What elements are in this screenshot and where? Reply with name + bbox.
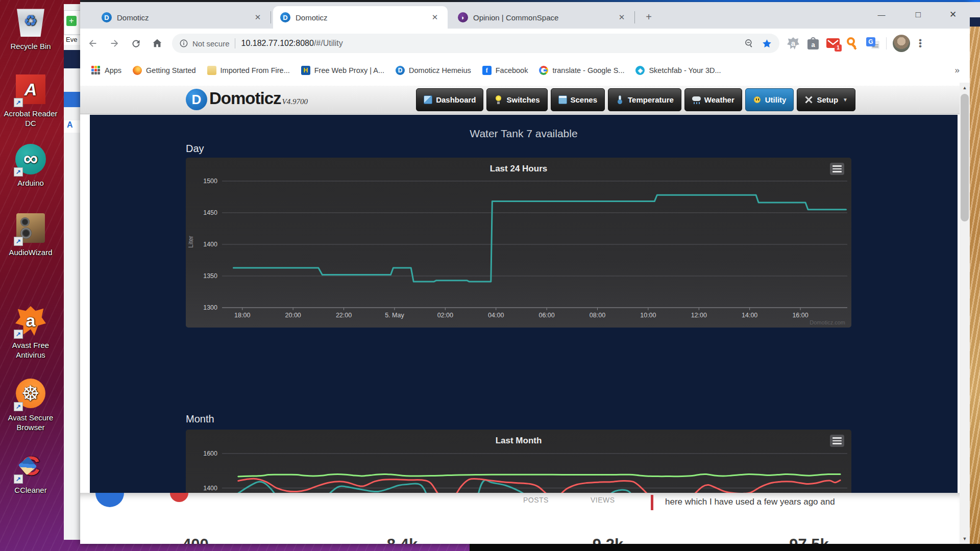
- chart-menu-icon[interactable]: [830, 435, 844, 447]
- forward-icon[interactable]: [106, 35, 123, 52]
- nav-temperature-button[interactable]: Temperature: [608, 88, 681, 111]
- domoticz-favicon: D: [102, 12, 112, 22]
- desktop-icon-label: Arduino: [0, 179, 61, 188]
- google-icon: [539, 66, 548, 75]
- nav-weather-button[interactable]: Weather: [684, 88, 742, 111]
- background-window-label: Eve: [64, 36, 81, 45]
- background-window-strip: + Eve A: [64, 4, 81, 540]
- minimize-button[interactable]: —: [870, 7, 893, 22]
- nav-dashboard-button[interactable]: Dashboard: [416, 88, 483, 111]
- new-tab-button[interactable]: +: [642, 10, 656, 24]
- section-label-month: Month: [186, 413, 214, 425]
- scrollbar-thumb[interactable]: [961, 94, 969, 221]
- browser-tab-2-active[interactable]: D Domoticz ✕: [273, 6, 448, 29]
- desktop-wallpaper: Recycle Bin ↗ Acrobat Reader DC ↗ Arduin…: [0, 0, 980, 551]
- chart-menu-icon[interactable]: [830, 163, 844, 175]
- thermometer-icon: [616, 95, 624, 104]
- desktop-icon-label: Avast Secure Browser: [3, 413, 59, 433]
- desktop-icon-label: Avast Free Antivirus: [5, 341, 56, 360]
- svg-text:Liter: Liter: [187, 236, 194, 247]
- address-bar[interactable]: Not secure 10.182.77.102:8080/#/Utility: [172, 34, 779, 53]
- home-icon[interactable]: [149, 35, 166, 52]
- nav-utility-button[interactable]: Utility: [745, 88, 794, 111]
- recycle-bin-icon: [15, 7, 46, 39]
- chart-watermark: Domoticz.com: [810, 319, 845, 325]
- nav-switches-button[interactable]: Switches: [486, 88, 547, 111]
- acrobat-icon: ↗: [15, 74, 46, 106]
- tab-close-icon[interactable]: ✕: [252, 12, 263, 23]
- avast-browser-icon: ↗: [15, 379, 46, 410]
- avast-extension-icon[interactable]: a: [787, 37, 800, 50]
- stat-value: 400: [182, 536, 209, 544]
- desktop-icon-avast-free[interactable]: ↗ Avast Free Antivirus: [0, 306, 61, 360]
- bookmark-imported[interactable]: Imported From Fire...: [207, 66, 290, 75]
- page-scrollbar[interactable]: ▲ ▼: [960, 83, 970, 544]
- reload-icon[interactable]: [127, 35, 144, 52]
- domoticz-nav: Dashboard Switches Scenes Temperature: [416, 88, 855, 111]
- mail-badge: 1: [835, 44, 842, 52]
- domoticz-logo-icon: D: [186, 89, 207, 110]
- bookmark-free-web-proxy[interactable]: H Free Web Proxy | A...: [301, 66, 384, 75]
- browser-tab-1[interactable]: D Domoticz ✕: [94, 6, 271, 29]
- bookmarks-bar: Apps Getting Started Imported From Fire.…: [80, 58, 970, 83]
- browser-menu-icon[interactable]: •••: [915, 39, 925, 48]
- tab-close-icon[interactable]: ✕: [616, 12, 627, 23]
- right-edge-titlebar: [970, 2, 980, 17]
- desktop-icon-avast-browser[interactable]: ↗ Avast Secure Browser: [0, 379, 61, 433]
- bookmark-star-icon[interactable]: [762, 38, 772, 49]
- bookmark-translate[interactable]: translate - Google S...: [539, 66, 624, 75]
- security-label: Not secure: [192, 39, 230, 48]
- desktop-icon-ccleaner[interactable]: ↗ CCleaner: [0, 451, 61, 495]
- tools-icon: [804, 95, 813, 104]
- svg-text:1350: 1350: [203, 272, 217, 280]
- key-extension-icon[interactable]: [846, 37, 860, 50]
- svg-text:06:00: 06:00: [538, 312, 554, 319]
- right-edge-fragment: [970, 17, 980, 27]
- nav-setup-button[interactable]: Setup ▼: [797, 88, 855, 111]
- desktop-icon-acrobat[interactable]: ↗ Acrobat Reader DC: [0, 74, 61, 129]
- desktop-icon-audiowizard[interactable]: ↗ AudioWizard: [0, 213, 61, 258]
- desktop-icon-arduino[interactable]: ↗ Arduino: [0, 144, 61, 188]
- scroll-down-icon[interactable]: ▼: [960, 534, 970, 544]
- mail-extension-icon[interactable]: 1: [826, 37, 840, 50]
- desktop-icon-label: CCleaner: [0, 486, 61, 495]
- svg-text:16:00: 16:00: [792, 312, 808, 319]
- commonspace-favicon: ◗: [458, 12, 468, 22]
- desktop-icon-label: Recycle Bin: [0, 42, 61, 52]
- background-window-right: [970, 27, 980, 544]
- tab-title: Opinion | CommonSpace: [473, 13, 611, 22]
- translate-extension-icon[interactable]: G: [866, 37, 879, 50]
- back-icon[interactable]: [84, 35, 102, 52]
- background-window-fragment: +: [64, 10, 81, 35]
- scroll-up-icon[interactable]: ▲: [960, 83, 970, 93]
- background-window-fragment: A: [64, 120, 81, 133]
- quote-bar: [651, 495, 653, 510]
- bookmarks-overflow-icon[interactable]: »: [955, 65, 960, 76]
- views-column-label: VIEWS: [591, 496, 615, 504]
- day-chart-title: Last 24 Hours: [186, 164, 851, 174]
- bookmark-domoticz-hemeius[interactable]: D Domoticz Hemeius: [396, 66, 471, 75]
- bookmark-sketchfab[interactable]: ◈ Sketchfab - Your 3D...: [635, 66, 721, 75]
- weather-cloud-icon: [692, 95, 701, 104]
- profile-avatar[interactable]: [893, 35, 910, 52]
- stat-value: 8.4k: [387, 536, 418, 544]
- desktop-icon-recycle-bin[interactable]: Recycle Bin: [0, 7, 61, 52]
- close-button[interactable]: ✕: [941, 7, 965, 22]
- nav-scenes-button[interactable]: Scenes: [551, 88, 605, 111]
- svg-text:5. May: 5. May: [385, 312, 404, 319]
- browser-tab-3[interactable]: ◗ Opinion | CommonSpace ✕: [451, 6, 634, 29]
- bookmark-facebook[interactable]: f Facebook: [482, 66, 528, 75]
- info-icon[interactable]: [179, 39, 188, 48]
- tab-close-icon[interactable]: ✕: [429, 12, 440, 23]
- zoom-out-icon[interactable]: [744, 38, 754, 48]
- desktop-icon-label: AudioWizard: [0, 248, 61, 258]
- domoticz-logo-text: Domoticz: [209, 89, 281, 108]
- domoticz-logo[interactable]: D Domoticz V4.9700: [186, 89, 308, 110]
- background-logo-blue: [95, 493, 124, 507]
- bookmark-apps[interactable]: Apps: [91, 66, 121, 75]
- store-extension-icon[interactable]: a: [806, 37, 820, 50]
- maximize-button[interactable]: □: [906, 7, 930, 22]
- background-window-fragment: [64, 50, 81, 68]
- url-text[interactable]: 10.182.77.102:8080/#/Utility: [241, 39, 343, 48]
- bookmark-getting-started[interactable]: Getting Started: [133, 66, 196, 75]
